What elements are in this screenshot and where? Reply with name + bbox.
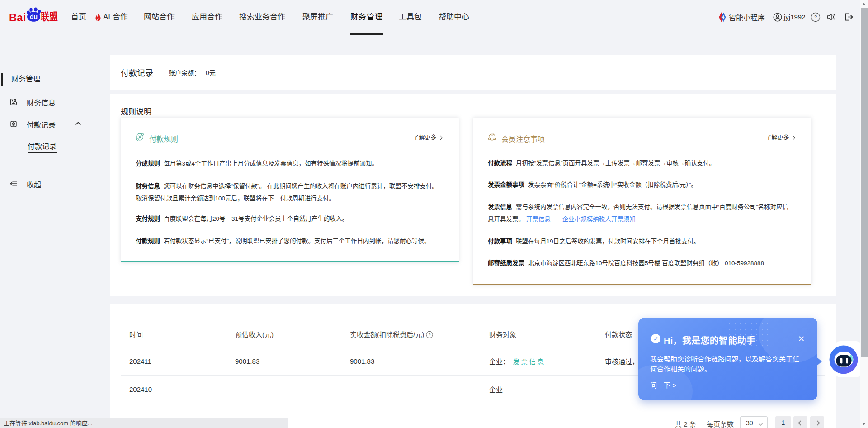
svg-text:du: du	[30, 13, 38, 20]
svg-text:?: ?	[814, 14, 817, 19]
svg-text:联盟: 联盟	[41, 11, 58, 22]
svg-text:?: ?	[429, 332, 431, 337]
svg-text:Bai: Bai	[9, 11, 26, 24]
